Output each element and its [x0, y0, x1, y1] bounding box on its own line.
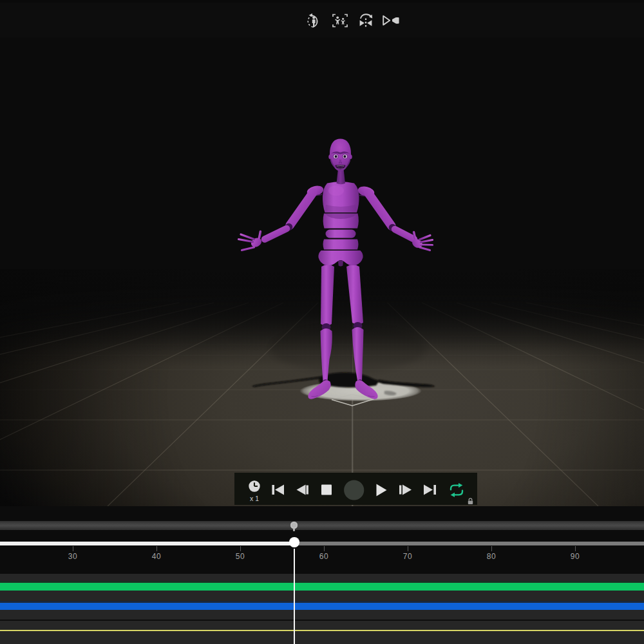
ruler-tick	[491, 546, 492, 551]
animation-tracks[interactable]	[0, 574, 644, 644]
step-forward-button[interactable]	[398, 473, 413, 505]
track-separator	[0, 620, 644, 621]
ruler-tick	[156, 546, 157, 551]
timeline-panel: 30405060708090	[0, 506, 644, 644]
person-rotate-circle-icon	[305, 12, 323, 29]
mirror-animation-button[interactable]	[356, 12, 375, 29]
playback-bar: x 1	[234, 473, 477, 505]
ruler-label: 70	[395, 552, 421, 561]
frame-character-button[interactable]	[330, 12, 350, 29]
step-back-icon	[294, 473, 311, 505]
blue-track[interactable]	[0, 603, 644, 611]
ruler-label: 90	[562, 552, 588, 561]
top-toolbar	[0, 0, 644, 38]
skip-start-icon	[270, 473, 287, 505]
viewport-3d[interactable]: x 1	[0, 37, 644, 506]
ruler-label: 60	[311, 552, 337, 561]
ruler-label: 80	[478, 552, 504, 561]
ruler-label: 40	[144, 552, 169, 561]
speed-button[interactable]: x 1	[245, 473, 264, 505]
ruler-tick	[324, 546, 325, 551]
skip-end-icon	[422, 473, 438, 505]
play-button[interactable]	[375, 473, 388, 505]
ambient-shadow	[270, 326, 425, 372]
characters-in-brackets-icon	[332, 13, 348, 28]
rotate-character-button[interactable]	[305, 12, 324, 29]
play-camera-icon	[381, 14, 400, 28]
playhead-line	[294, 549, 296, 644]
yellow-track[interactable]	[0, 630, 644, 631]
lock-icon	[467, 498, 474, 505]
mirror-arrows-icon	[357, 13, 375, 28]
ruler-tick	[73, 546, 73, 551]
loop-icon	[448, 473, 465, 505]
playback-camera-button[interactable]	[381, 12, 400, 29]
record-button[interactable]	[344, 473, 365, 505]
speed-label: x 1	[245, 495, 264, 502]
scene	[0, 37, 644, 506]
green-track[interactable]	[0, 583, 644, 591]
record-circle-icon	[344, 473, 365, 505]
skip-to-end-button[interactable]	[422, 473, 438, 505]
play-icon	[375, 473, 388, 505]
stop-button[interactable]	[321, 473, 332, 505]
ruler-tick	[408, 546, 408, 551]
blue-track-edge	[0, 601, 644, 603]
green-track-edge	[0, 582, 644, 583]
step-forward-icon	[398, 473, 413, 505]
ruler-label: 50	[227, 552, 253, 561]
step-back-button[interactable]	[294, 473, 311, 505]
stop-icon	[321, 473, 332, 505]
ruler-tick	[575, 546, 576, 551]
skip-to-start-button[interactable]	[270, 473, 287, 505]
ruler-tick	[240, 546, 241, 551]
app-window: x 1	[0, 0, 644, 644]
ruler-label: 30	[60, 552, 86, 561]
frame-ruler[interactable]: 30405060708090	[0, 506, 644, 564]
loop-button[interactable]	[448, 473, 465, 505]
